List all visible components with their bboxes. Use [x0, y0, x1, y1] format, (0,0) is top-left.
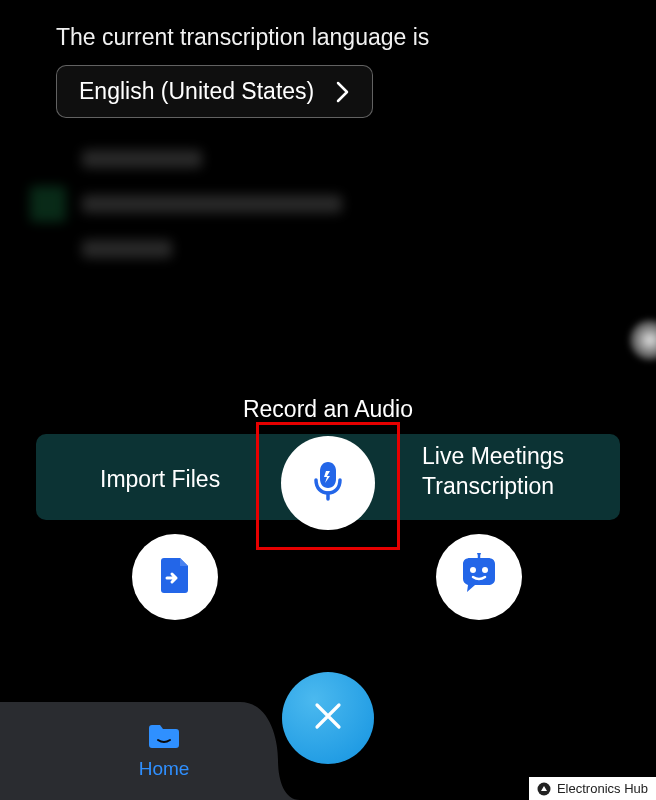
- bot-icon: [457, 553, 501, 601]
- language-selector[interactable]: English (United States): [56, 65, 373, 118]
- svg-point-6: [488, 730, 491, 733]
- language-selected-value: English (United States): [79, 78, 314, 105]
- close-fab-button[interactable]: [282, 672, 374, 764]
- import-files-button[interactable]: [132, 534, 218, 620]
- live-meetings-button[interactable]: [436, 534, 522, 620]
- import-files-label: Import Files: [100, 466, 220, 493]
- chevron-right-icon: [336, 81, 350, 103]
- file-import-icon: [154, 554, 196, 600]
- live-meetings-label: Live Meetings Transcription: [422, 442, 564, 502]
- svg-point-7: [494, 730, 497, 733]
- action-sheet: Record an Audio Import Files Live Meetin…: [0, 390, 656, 800]
- nav-home[interactable]: Home: [0, 702, 328, 800]
- folder-icon: [147, 722, 181, 754]
- watermark-text: Electronics Hub: [557, 781, 648, 796]
- svg-point-2: [482, 567, 488, 573]
- svg-point-5: [483, 723, 501, 741]
- watermark: Electronics Hub: [529, 777, 656, 800]
- close-icon: [311, 699, 345, 737]
- nav-home-label: Home: [139, 758, 190, 780]
- svg-point-1: [470, 567, 476, 573]
- watermark-logo-icon: [537, 782, 551, 796]
- microphone-icon: [305, 458, 351, 508]
- nav-mine-label: Mine: [471, 759, 512, 781]
- record-audio-label: Record an Audio: [243, 396, 413, 423]
- record-audio-button[interactable]: [281, 436, 375, 530]
- edge-glow: [630, 320, 656, 360]
- profile-icon: [477, 721, 507, 755]
- svg-point-4: [477, 553, 481, 555]
- background-list-blur: [30, 150, 626, 290]
- language-caption: The current transcription language is: [56, 24, 600, 51]
